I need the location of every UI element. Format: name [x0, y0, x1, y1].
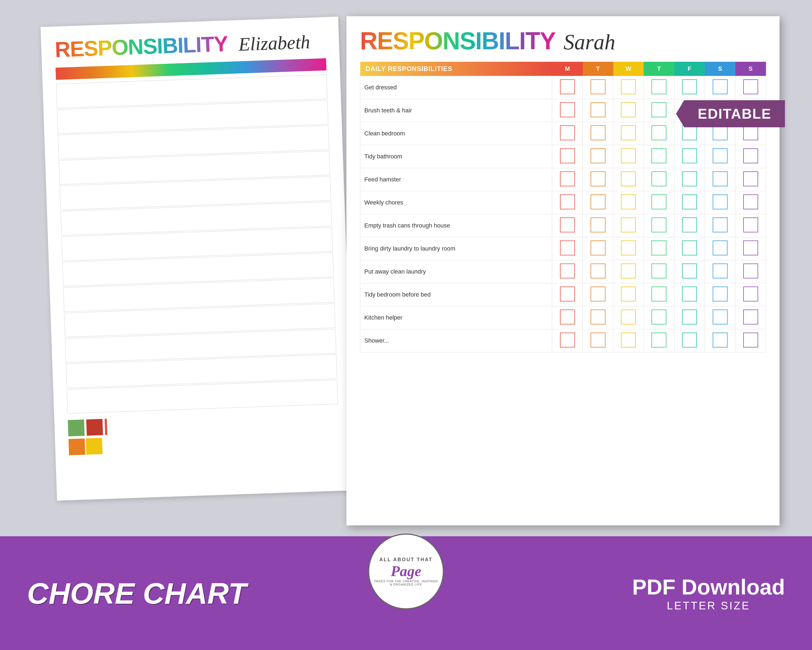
- check-box[interactable]: [713, 286, 728, 301]
- check-box[interactable]: [713, 263, 728, 278]
- check-box[interactable]: [652, 171, 666, 186]
- check-box[interactable]: [682, 80, 697, 94]
- check-box[interactable]: [591, 217, 606, 232]
- check-box[interactable]: [621, 310, 636, 324]
- check-box[interactable]: [621, 194, 636, 210]
- check-box[interactable]: [713, 217, 728, 232]
- check-box[interactable]: [743, 171, 758, 186]
- check-box[interactable]: [652, 148, 666, 163]
- check-box[interactable]: [652, 333, 666, 347]
- check-box[interactable]: [713, 310, 728, 324]
- check-box[interactable]: [652, 240, 666, 255]
- check-box[interactable]: [743, 286, 758, 301]
- check-box[interactable]: [652, 263, 666, 278]
- check-box[interactable]: [621, 148, 636, 163]
- check-box[interactable]: [652, 102, 666, 117]
- check-box[interactable]: [713, 240, 728, 255]
- check-box[interactable]: [621, 80, 636, 94]
- check-box[interactable]: [743, 240, 758, 255]
- check-box[interactable]: [560, 217, 575, 232]
- check-box[interactable]: [682, 217, 697, 232]
- check-box[interactable]: [621, 125, 636, 140]
- check-box[interactable]: [713, 171, 728, 186]
- check-cell: [674, 306, 705, 329]
- check-box[interactable]: [591, 286, 606, 301]
- check-box[interactable]: [591, 102, 606, 117]
- check-box[interactable]: [591, 148, 606, 163]
- check-cell: [644, 214, 674, 237]
- check-box[interactable]: [743, 217, 758, 232]
- logo-page-text: Page: [391, 563, 421, 580]
- check-box[interactable]: [743, 310, 758, 324]
- check-box[interactable]: [591, 333, 606, 347]
- check-box[interactable]: [682, 286, 697, 301]
- check-box[interactable]: [743, 80, 758, 94]
- check-box[interactable]: [682, 125, 697, 140]
- task-cell: Weekly chores: [360, 191, 552, 214]
- check-cell: [705, 306, 736, 329]
- check-box[interactable]: [652, 217, 666, 232]
- check-box[interactable]: [560, 240, 575, 255]
- check-cell: [583, 306, 613, 329]
- check-box[interactable]: [713, 125, 728, 140]
- check-cell: [644, 76, 674, 99]
- check-box[interactable]: [560, 148, 575, 163]
- check-box[interactable]: [713, 148, 728, 163]
- check-box[interactable]: [560, 286, 575, 301]
- check-box[interactable]: [713, 194, 728, 210]
- check-cell: [644, 283, 674, 306]
- check-box[interactable]: [621, 217, 636, 232]
- check-box[interactable]: [560, 310, 575, 324]
- check-box[interactable]: [682, 148, 697, 163]
- check-box[interactable]: [743, 125, 758, 140]
- front-responsibility-title: RESPONSIBILITY: [360, 27, 556, 55]
- check-box[interactable]: [682, 263, 697, 278]
- task-cell: Shower...: [360, 329, 552, 352]
- table-row: Get dressed: [360, 76, 766, 99]
- check-box[interactable]: [560, 171, 575, 186]
- check-box[interactable]: [591, 171, 606, 186]
- check-box[interactable]: [743, 333, 758, 347]
- check-cell: [552, 122, 583, 145]
- check-box[interactable]: [591, 263, 606, 278]
- front-title-area: RESPONSIBILITY Sarah: [360, 27, 766, 55]
- check-box[interactable]: [621, 333, 636, 347]
- check-box[interactable]: [652, 310, 666, 324]
- check-cell: [736, 168, 766, 191]
- check-box[interactable]: [682, 240, 697, 255]
- check-box[interactable]: [743, 194, 758, 210]
- check-box[interactable]: [560, 333, 575, 347]
- check-box[interactable]: [621, 102, 636, 117]
- check-box[interactable]: [682, 310, 697, 324]
- check-box[interactable]: [560, 102, 575, 117]
- check-box[interactable]: [560, 125, 575, 140]
- check-box[interactable]: [652, 80, 666, 94]
- task-cell: Kitchen helper: [360, 306, 552, 329]
- check-box[interactable]: [591, 310, 606, 324]
- check-box[interactable]: [713, 80, 728, 94]
- check-box[interactable]: [682, 194, 697, 210]
- check-box[interactable]: [621, 263, 636, 278]
- check-box[interactable]: [621, 286, 636, 301]
- check-box[interactable]: [560, 194, 575, 210]
- check-box[interactable]: [743, 263, 758, 278]
- check-cell: [613, 237, 644, 260]
- check-box[interactable]: [591, 125, 606, 140]
- check-cell: [583, 214, 613, 237]
- check-box[interactable]: [591, 80, 606, 94]
- check-box[interactable]: [560, 263, 575, 278]
- check-box[interactable]: [591, 240, 606, 255]
- check-cell: [583, 122, 613, 145]
- check-box[interactable]: [652, 194, 666, 210]
- check-box[interactable]: [682, 171, 697, 186]
- check-box[interactable]: [652, 125, 666, 140]
- check-box[interactable]: [591, 194, 606, 210]
- check-box[interactable]: [743, 148, 758, 163]
- check-box[interactable]: [682, 333, 697, 347]
- check-box[interactable]: [621, 171, 636, 186]
- check-box[interactable]: [560, 80, 575, 94]
- check-cell: [705, 329, 736, 352]
- check-box[interactable]: [713, 333, 728, 347]
- check-box[interactable]: [621, 240, 636, 255]
- check-box[interactable]: [652, 286, 666, 301]
